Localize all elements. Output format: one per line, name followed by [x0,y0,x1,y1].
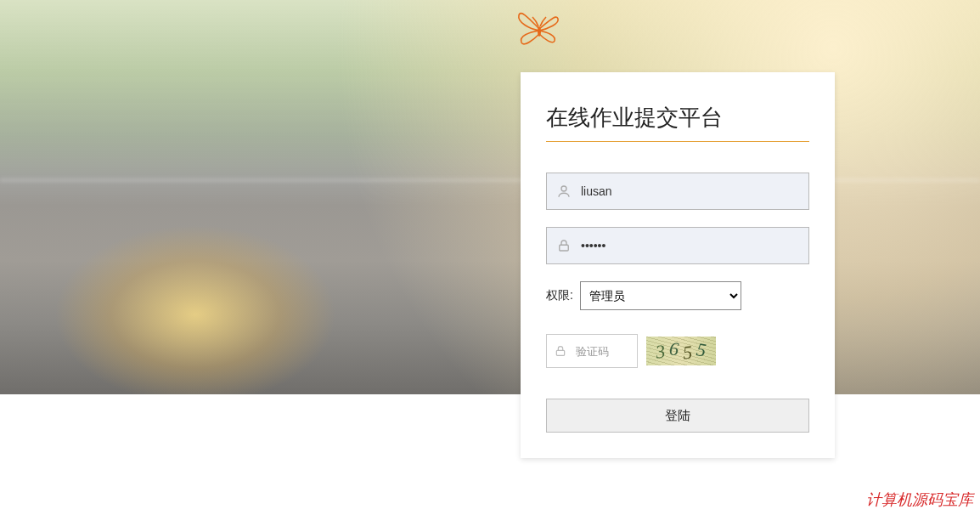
password-field-wrap [546,227,809,264]
footer-watermark: 计算机源码宝库 [866,490,973,510]
username-field-wrap [546,173,809,210]
butterfly-icon [514,0,565,51]
captcha-input[interactable] [546,334,638,368]
username-input[interactable] [546,173,809,210]
permission-select[interactable]: 管理员 [580,281,741,310]
password-input[interactable] [546,227,809,264]
page-title: 在线作业提交平台 [546,103,809,142]
svg-point-0 [538,26,541,37]
login-card: 在线作业提交平台 权限: 管理员 [521,72,835,458]
captcha-image[interactable]: 3655 [646,337,716,365]
login-button[interactable]: 登陆 [546,399,809,433]
permission-label: 权限: [546,288,573,303]
captcha-row: 3655 [546,334,809,368]
permission-row: 权限: 管理员 [546,281,809,310]
